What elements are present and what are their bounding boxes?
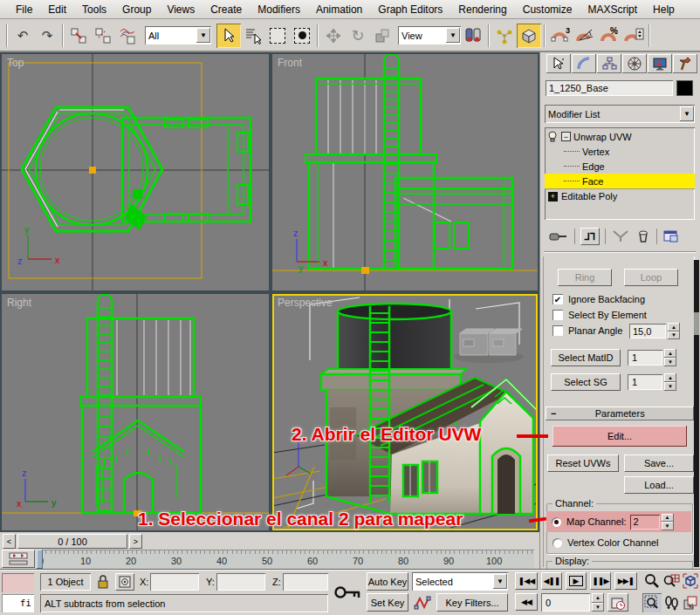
select-matid-button[interactable]: Select MatID (551, 349, 621, 366)
spinner-snap-button[interactable] (621, 24, 646, 48)
time-configuration-button[interactable] (607, 593, 628, 612)
selection-filter-dropdown[interactable]: All ▼ (145, 26, 211, 44)
chevron-down-icon[interactable]: ▼ (446, 28, 460, 43)
save-button[interactable]: Save... (624, 454, 694, 472)
planar-angle-spinner[interactable]: ▲▼ (668, 323, 680, 339)
region-zoom-button[interactable] (642, 593, 662, 612)
object-color-swatch[interactable] (676, 80, 693, 96)
matid-spinner[interactable]: ▲▼ (664, 349, 676, 366)
maxscript-mini-listener-input[interactable]: fi (2, 594, 34, 612)
undo-button[interactable]: ↶ (10, 24, 35, 48)
timeline-slider-handle[interactable] (37, 550, 43, 569)
maxscript-mini-listener-pink[interactable] (2, 573, 34, 592)
chevron-down-icon[interactable]: ▼ (493, 574, 507, 589)
ignore-backfacing-row[interactable]: ✔ Ignore Backfacing (552, 294, 645, 304)
unlink-selection-button[interactable] (91, 24, 115, 48)
stack-item-edge[interactable]: Edge (545, 159, 695, 174)
go-to-start-button[interactable]: ❚◀◀ (515, 572, 538, 590)
expand-icon[interactable]: + (548, 192, 558, 202)
stack-item-label[interactable]: Vertex (582, 147, 609, 157)
panel-scrollbar-thumb[interactable] (694, 312, 699, 335)
chevron-down-icon[interactable]: ▼ (680, 106, 694, 121)
loop-button[interactable]: Loop (624, 269, 678, 286)
rectangular-selection-region-button[interactable] (265, 24, 290, 48)
menu-rendering[interactable]: Rendering (450, 1, 514, 18)
z-coordinate-field[interactable] (283, 573, 328, 591)
menu-create[interactable]: Create (202, 1, 250, 18)
planar-angle-field[interactable]: 15,0 (629, 324, 666, 338)
menu-animation[interactable]: Animation (308, 1, 370, 18)
stack-item-label[interactable]: Edge (582, 161, 605, 172)
modifier-list-dropdown[interactable]: Modifier List ▼ (545, 105, 695, 123)
ignore-backfacing-checkbox[interactable]: ✔ (552, 294, 563, 304)
selection-lock-icon[interactable] (96, 574, 110, 590)
menu-edit[interactable]: Edit (40, 1, 74, 18)
viewport-perspective-label[interactable]: Perspective (278, 297, 333, 309)
stack-item-label[interactable]: Face (582, 176, 603, 187)
key-filters-button[interactable]: Key Filters... (436, 593, 508, 612)
x-coordinate-field[interactable] (150, 573, 199, 591)
planar-angle-checkbox[interactable] (552, 325, 563, 336)
load-button[interactable]: Load... (624, 476, 694, 494)
window-crossing-button[interactable] (290, 24, 314, 48)
current-frame-field[interactable]: 0 (541, 593, 590, 612)
edit-uvw-button[interactable]: Edit... (552, 426, 687, 447)
timeline-ruler[interactable]: 0 10 20 30 40 50 60 70 80 90 100 (37, 550, 534, 569)
select-and-rotate-button[interactable]: ↻ (346, 24, 370, 48)
previous-frame-button[interactable]: ◀❚❚ (541, 572, 562, 590)
play-button[interactable]: ▶ (566, 572, 587, 590)
redo-button[interactable]: ↷ (35, 24, 59, 48)
go-to-end-button[interactable]: ▶▶❚ (614, 572, 637, 590)
map-channel-row[interactable]: Map Channel: 2 ▲▼ (546, 511, 691, 532)
planar-angle-row[interactable]: Planar Angle (552, 325, 622, 336)
select-and-scale-button[interactable] (370, 24, 395, 48)
use-pivot-center-button[interactable] (461, 24, 485, 48)
tab-utilities[interactable] (673, 54, 697, 73)
make-unique-icon[interactable] (611, 229, 630, 243)
time-slider-bar[interactable]: 0 / 100 (17, 534, 127, 549)
select-sg-button[interactable]: Select SG (551, 373, 621, 391)
zoom-all-button[interactable] (662, 571, 681, 591)
select-by-name-button[interactable] (241, 24, 265, 48)
next-frame-button[interactable]: ❚❚▶ (590, 572, 611, 590)
matid-field[interactable]: 1 (628, 350, 662, 366)
time-slider-prev-button[interactable]: < (3, 534, 16, 549)
tab-modify[interactable] (572, 54, 596, 73)
select-by-element-row[interactable]: Select By Element (552, 310, 647, 320)
frame-spinner[interactable]: ▲▼ (592, 593, 604, 612)
select-and-manipulate-button[interactable] (492, 24, 517, 48)
absolute-mode-toggle[interactable] (115, 573, 134, 591)
map-channel-field[interactable]: 2 (630, 515, 660, 530)
y-coordinate-field[interactable] (216, 573, 265, 591)
maximize-viewport-toggle-button[interactable] (681, 593, 700, 612)
viewport-right-canvas[interactable]: z x y (2, 294, 269, 530)
pin-stack-icon[interactable] (548, 229, 569, 244)
menu-file[interactable]: File (8, 1, 40, 18)
object-name-field[interactable]: 1_1250_Base (546, 80, 673, 96)
percent-snap-button[interactable]: % (597, 24, 621, 48)
tab-hierarchy[interactable] (597, 54, 621, 73)
zoom-button[interactable] (642, 571, 662, 591)
tab-display[interactable] (648, 54, 672, 73)
sg-field[interactable]: 1 (628, 374, 662, 390)
tab-create[interactable] (546, 54, 571, 73)
remove-modifier-icon[interactable] (635, 229, 651, 244)
menu-customize[interactable]: Customize (515, 1, 580, 18)
viewport-perspective[interactable]: Perspective (272, 294, 538, 530)
time-slider-next-button[interactable]: > (129, 534, 142, 549)
menu-help[interactable]: Help (645, 1, 683, 18)
viewport-top-canvas[interactable]: y x z (2, 54, 269, 290)
viewport-front[interactable]: Front (272, 54, 538, 290)
selected-filter-dropdown[interactable]: Selected ▼ (412, 572, 508, 591)
stack-item-unwrap-uvw[interactable]: − Unwrap UVW (545, 129, 695, 144)
select-by-element-checkbox[interactable] (552, 310, 563, 320)
configure-modifier-sets-icon[interactable] (662, 229, 680, 244)
snaps-toggle-button[interactable] (517, 24, 541, 48)
set-key-button[interactable]: Set Key (367, 593, 408, 612)
select-and-link-button[interactable] (66, 24, 91, 48)
vertex-color-radio[interactable] (552, 538, 562, 548)
viewport-front-label[interactable]: Front (278, 57, 302, 69)
viewport-perspective-canvas[interactable]: z (272, 294, 538, 530)
set-key-key-icon[interactable] (333, 584, 363, 601)
snap-3d-button[interactable]: 3 (548, 24, 573, 48)
